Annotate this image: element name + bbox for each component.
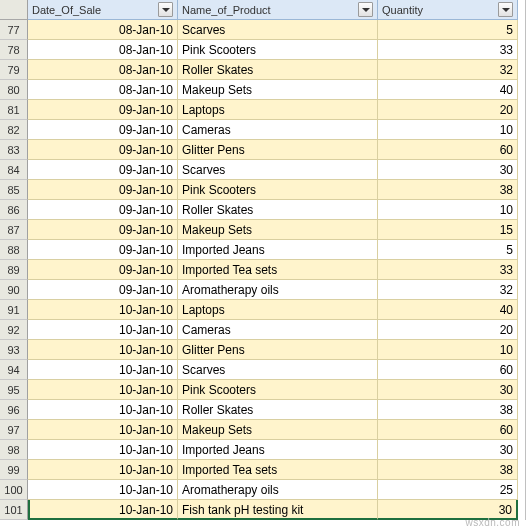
- cell-date[interactable]: 10-Jan-10: [28, 360, 178, 380]
- row-header[interactable]: 100: [0, 480, 28, 500]
- cell-date[interactable]: 10-Jan-10: [28, 420, 178, 440]
- row-header[interactable]: 92: [0, 320, 28, 340]
- cell-quantity[interactable]: 33: [378, 40, 518, 60]
- cell-product[interactable]: Pink Scooters: [178, 380, 378, 400]
- row-header[interactable]: 96: [0, 400, 28, 420]
- cell-quantity[interactable]: 15: [378, 220, 518, 240]
- cell-product[interactable]: Imported Tea sets: [178, 260, 378, 280]
- cell-product[interactable]: Imported Jeans: [178, 440, 378, 460]
- cell-date[interactable]: 09-Jan-10: [28, 260, 178, 280]
- cell-product[interactable]: Laptops: [178, 100, 378, 120]
- cell-date[interactable]: 10-Jan-10: [28, 440, 178, 460]
- filter-dropdown-icon[interactable]: [158, 2, 173, 17]
- cell-quantity[interactable]: 40: [378, 80, 518, 100]
- row-header[interactable]: 84: [0, 160, 28, 180]
- cell-quantity[interactable]: 60: [378, 360, 518, 380]
- cell-product[interactable]: Aromatherapy oils: [178, 280, 378, 300]
- cell-date[interactable]: 10-Jan-10: [28, 320, 178, 340]
- column-header-quantity[interactable]: Quantity: [378, 0, 518, 20]
- cell-date[interactable]: 10-Jan-10: [28, 380, 178, 400]
- cell-date[interactable]: 09-Jan-10: [28, 120, 178, 140]
- cell-quantity[interactable]: 32: [378, 280, 518, 300]
- cell-quantity[interactable]: 25: [378, 480, 518, 500]
- cell-product[interactable]: Makeup Sets: [178, 420, 378, 440]
- cell-quantity[interactable]: 5: [378, 240, 518, 260]
- cell-quantity[interactable]: 10: [378, 120, 518, 140]
- row-header[interactable]: 99: [0, 460, 28, 480]
- cell-quantity[interactable]: 38: [378, 400, 518, 420]
- row-header[interactable]: 85: [0, 180, 28, 200]
- cell-product[interactable]: Roller Skates: [178, 400, 378, 420]
- cell-quantity[interactable]: 10: [378, 200, 518, 220]
- row-header[interactable]: 80: [0, 80, 28, 100]
- cell-product[interactable]: Scarves: [178, 160, 378, 180]
- row-header[interactable]: 86: [0, 200, 28, 220]
- cell-product[interactable]: Scarves: [178, 360, 378, 380]
- column-header-date[interactable]: Date_Of_Sale: [28, 0, 178, 20]
- row-header[interactable]: 81: [0, 100, 28, 120]
- row-header[interactable]: 101: [0, 500, 28, 520]
- row-header[interactable]: 82: [0, 120, 28, 140]
- cell-date[interactable]: 09-Jan-10: [28, 160, 178, 180]
- corner-cell[interactable]: [0, 0, 28, 20]
- cell-quantity[interactable]: 30: [378, 160, 518, 180]
- cell-quantity[interactable]: 38: [378, 460, 518, 480]
- cell-date[interactable]: 10-Jan-10: [28, 400, 178, 420]
- row-header[interactable]: 83: [0, 140, 28, 160]
- cell-product[interactable]: Imported Tea sets: [178, 460, 378, 480]
- column-header-product[interactable]: Name_of_Product: [178, 0, 378, 20]
- cell-quantity[interactable]: 60: [378, 140, 518, 160]
- row-header[interactable]: 97: [0, 420, 28, 440]
- cell-date[interactable]: 08-Jan-10: [28, 40, 178, 60]
- cell-date[interactable]: 09-Jan-10: [28, 140, 178, 160]
- cell-quantity[interactable]: 40: [378, 300, 518, 320]
- cell-date[interactable]: 10-Jan-10: [28, 500, 178, 520]
- cell-date[interactable]: 10-Jan-10: [28, 300, 178, 320]
- cell-product[interactable]: Roller Skates: [178, 200, 378, 220]
- cell-date[interactable]: 09-Jan-10: [28, 240, 178, 260]
- cell-product[interactable]: Makeup Sets: [178, 220, 378, 240]
- cell-quantity[interactable]: 30: [378, 440, 518, 460]
- cell-date[interactable]: 09-Jan-10: [28, 280, 178, 300]
- cell-quantity[interactable]: 33: [378, 260, 518, 280]
- cell-quantity[interactable]: 60: [378, 420, 518, 440]
- cell-product[interactable]: Cameras: [178, 120, 378, 140]
- cell-quantity[interactable]: 30: [378, 380, 518, 400]
- cell-product[interactable]: Pink Scooters: [178, 180, 378, 200]
- row-header[interactable]: 91: [0, 300, 28, 320]
- row-header[interactable]: 87: [0, 220, 28, 240]
- row-header[interactable]: 79: [0, 60, 28, 80]
- cell-date[interactable]: 08-Jan-10: [28, 20, 178, 40]
- cell-product[interactable]: Laptops: [178, 300, 378, 320]
- row-header[interactable]: 94: [0, 360, 28, 380]
- cell-date[interactable]: 10-Jan-10: [28, 480, 178, 500]
- cell-product[interactable]: Aromatherapy oils: [178, 480, 378, 500]
- cell-product[interactable]: Fish tank pH testing kit: [178, 500, 378, 520]
- cell-date[interactable]: 08-Jan-10: [28, 60, 178, 80]
- cell-quantity[interactable]: 20: [378, 320, 518, 340]
- cell-date[interactable]: 10-Jan-10: [28, 340, 178, 360]
- cell-quantity[interactable]: 10: [378, 340, 518, 360]
- cell-date[interactable]: 09-Jan-10: [28, 100, 178, 120]
- cell-date[interactable]: 10-Jan-10: [28, 460, 178, 480]
- row-header[interactable]: 95: [0, 380, 28, 400]
- cell-product[interactable]: Makeup Sets: [178, 80, 378, 100]
- row-header[interactable]: 90: [0, 280, 28, 300]
- row-header[interactable]: 88: [0, 240, 28, 260]
- cell-product[interactable]: Scarves: [178, 20, 378, 40]
- cell-product[interactable]: Roller Skates: [178, 60, 378, 80]
- row-header[interactable]: 78: [0, 40, 28, 60]
- filter-dropdown-icon[interactable]: [358, 2, 373, 17]
- row-header[interactable]: 93: [0, 340, 28, 360]
- cell-quantity[interactable]: 20: [378, 100, 518, 120]
- cell-quantity[interactable]: 5: [378, 20, 518, 40]
- cell-quantity[interactable]: 32: [378, 60, 518, 80]
- filter-dropdown-icon[interactable]: [498, 2, 513, 17]
- row-header[interactable]: 98: [0, 440, 28, 460]
- row-header[interactable]: 77: [0, 20, 28, 40]
- cell-date[interactable]: 09-Jan-10: [28, 180, 178, 200]
- cell-product[interactable]: Imported Jeans: [178, 240, 378, 260]
- row-header[interactable]: 89: [0, 260, 28, 280]
- cell-product[interactable]: Cameras: [178, 320, 378, 340]
- cell-date[interactable]: 09-Jan-10: [28, 200, 178, 220]
